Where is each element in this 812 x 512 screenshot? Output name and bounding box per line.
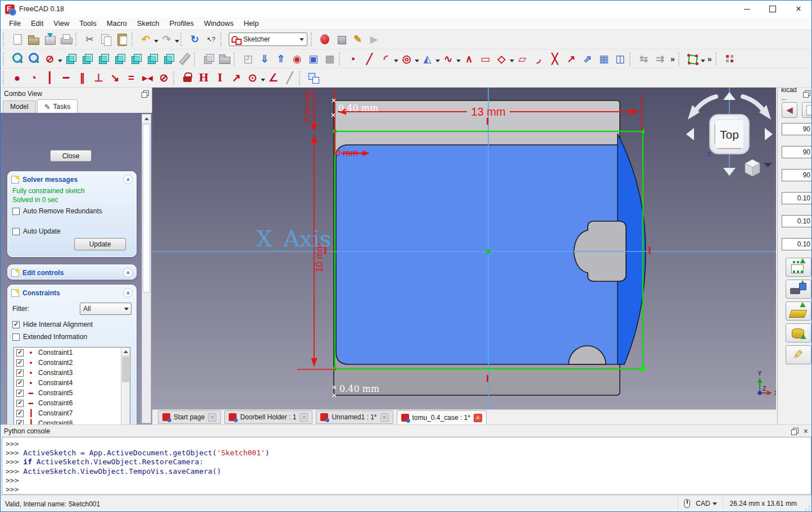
toolbar-clone[interactable]: ⇉	[652, 51, 668, 66]
tab-model[interactable]: Model	[3, 100, 36, 113]
chevron-down-icon[interactable]	[456, 60, 461, 65]
toolbar-constrain-horizontal[interactable]: ━	[58, 70, 74, 85]
constraint-checkbox[interactable]	[16, 380, 24, 387]
kicad-export-ic-model-button[interactable]	[786, 280, 811, 299]
toolbar-create-slot[interactable]: ▱	[515, 51, 530, 66]
toolbar-symmetry[interactable]: ⇆	[636, 51, 651, 66]
filter-dropdown[interactable]: All	[80, 303, 131, 315]
menu-sketch[interactable]: Sketch	[132, 18, 165, 29]
toolbar-view-left[interactable]	[161, 51, 176, 66]
task-panel-scrollbar[interactable]	[142, 114, 151, 423]
kicad-edit-script-button[interactable]	[786, 345, 811, 364]
toolbar-redo[interactable]: ↷	[159, 32, 174, 47]
toolbar-cut[interactable]: ✂	[82, 32, 97, 47]
toolbar-constrain-h-distance[interactable]: H	[196, 70, 211, 85]
toolbar-macro-record[interactable]	[317, 32, 333, 47]
toolbar-copy[interactable]	[98, 32, 114, 47]
toolbar-sketch-map[interactable]: ▣	[306, 51, 321, 66]
toolbar-constrain-point-on-object[interactable]: ◔	[26, 70, 41, 85]
auto-update-row[interactable]: Auto Update	[8, 225, 136, 237]
document-tab-tomu_0.4_case[interactable]: tomu_0.4_case : 1*×	[397, 410, 487, 425]
toolbar-sketch-validate[interactable]: ▩	[322, 51, 337, 66]
toolbar-macro-edit[interactable]: ✎	[350, 32, 365, 47]
python-console[interactable]: >>> >>> ActiveSketch = App.ActiveDocumen…	[2, 437, 811, 495]
toolbar-constrain-perpendicular[interactable]: ⊥	[91, 70, 106, 85]
width-dimension-label[interactable]: 13 mm	[471, 106, 505, 118]
toolbar-fit-selection[interactable]	[26, 51, 41, 66]
auto-update-checkbox[interactable]	[12, 228, 20, 235]
toolbar-constrain-equal[interactable]: =	[124, 70, 139, 85]
toolbar-sketch-create[interactable]: ◰	[241, 51, 256, 66]
toolbar-sketch-export[interactable]: ⇑	[273, 51, 288, 66]
toolbar-measure-distance[interactable]	[177, 51, 192, 66]
collapse-icon[interactable]: »	[123, 175, 133, 184]
chevron-down-icon[interactable]	[261, 79, 265, 84]
tab-close-icon[interactable]: ×	[474, 414, 482, 422]
constraint-checkbox[interactable]	[16, 420, 24, 425]
chevron-down-icon[interactable]	[58, 60, 62, 65]
hide-internal-checkbox[interactable]	[12, 321, 20, 328]
menu-view[interactable]: View	[48, 18, 74, 29]
scrollbar-thumb[interactable]	[143, 124, 150, 292]
toolbar-view-right[interactable]	[112, 51, 127, 66]
toolbar-carbon-copy[interactable]: ▦	[596, 51, 611, 66]
maximize-button[interactable]	[760, 1, 786, 17]
toolbar-open-file[interactable]	[26, 32, 41, 47]
side-offset-label[interactable]: 0.40 mm	[302, 90, 312, 122]
toolbar-constrain-v-distance[interactable]: I	[212, 70, 228, 85]
toolbar-constrain-tangent[interactable]: ↘	[107, 70, 123, 85]
toolbar-create-polyline[interactable]: ∧	[461, 51, 477, 66]
toolbar-virtual-space-tools[interactable]	[722, 51, 737, 66]
constraint-checkbox[interactable]	[16, 390, 24, 397]
toolbar-refresh[interactable]: ↻	[187, 32, 202, 47]
menu-file[interactable]: File	[4, 18, 26, 29]
toolbar-save-file[interactable]	[42, 32, 57, 47]
toolbar-view-top[interactable]	[96, 51, 111, 66]
bspline-overflow[interactable]: »	[705, 54, 714, 63]
sketch-vertex[interactable]	[333, 367, 337, 371]
toolbar-whats-this[interactable]: ↖?	[203, 32, 219, 47]
constraint-list-scrollbar[interactable]	[121, 348, 130, 424]
tab-close-icon[interactable]: ×	[300, 413, 308, 422]
task-close-button[interactable]: Close	[50, 150, 92, 162]
kicad-field-1[interactable]: 90	[782, 146, 812, 158]
toolbar-constrain-block[interactable]: ⊘	[156, 70, 171, 85]
toolbar-clone-constraint[interactable]	[306, 70, 321, 85]
kicad-field-0[interactable]: 90	[782, 123, 812, 135]
bottom-offset-label[interactable]: 0.40 mm	[339, 383, 379, 394]
page-button[interactable]	[802, 102, 812, 118]
toolbar-undo[interactable]: ↶	[138, 32, 153, 47]
toolbar-constrain-lock[interactable]	[180, 70, 195, 85]
extended-info-checkbox[interactable]	[12, 333, 20, 341]
kicad-export-footprint-button[interactable]	[786, 258, 811, 277]
toolbar-macro-play[interactable]: ▶	[366, 32, 382, 47]
extended-info-row[interactable]: Extended Information	[8, 331, 136, 343]
toolbar-create-rectangle[interactable]: ▭	[478, 51, 493, 66]
kicad-field-2[interactable]: 90	[782, 169, 812, 181]
scrollbar-thumb[interactable]	[122, 356, 129, 382]
resize-grip[interactable]	[805, 505, 810, 511]
chevron-down-icon[interactable]	[415, 60, 419, 65]
toolbar-create-conic[interactable]: ◭	[420, 51, 435, 66]
toolbar-part-box[interactable]	[201, 51, 216, 66]
scroll-up-icon[interactable]	[144, 115, 149, 120]
toolbar-fit-all[interactable]	[10, 51, 25, 66]
float-panel-icon[interactable]	[803, 90, 809, 97]
toolbar-constrain-angle[interactable]: ∠	[266, 70, 281, 85]
toolbar-constrain-vertical[interactable]: ┃	[42, 70, 57, 85]
origin-point[interactable]	[487, 249, 489, 254]
constraint-checkbox[interactable]	[16, 349, 24, 356]
chevron-down-icon[interactable]	[175, 40, 179, 45]
toolbar-extend-edge[interactable]: ↗	[564, 51, 579, 66]
toolbar-constrain-distance[interactable]: ↗	[229, 70, 244, 85]
toolbar-constrain-parallel[interactable]: ∥	[75, 70, 90, 85]
scroll-up-icon[interactable]	[124, 348, 128, 353]
constraint-item[interactable]: ●Constraint3	[14, 368, 130, 378]
close-icon[interactable]: ×	[804, 427, 808, 435]
constraint-item[interactable]: ●Constraint2	[14, 358, 130, 368]
menu-tools[interactable]: Tools	[74, 18, 101, 29]
collapse-icon[interactable]: »	[123, 288, 133, 298]
toolbar-paste[interactable]	[115, 32, 130, 47]
toolbar-sketch-view[interactable]: ◉	[289, 51, 305, 66]
constraint-item[interactable]: ━Constraint6	[14, 398, 130, 408]
